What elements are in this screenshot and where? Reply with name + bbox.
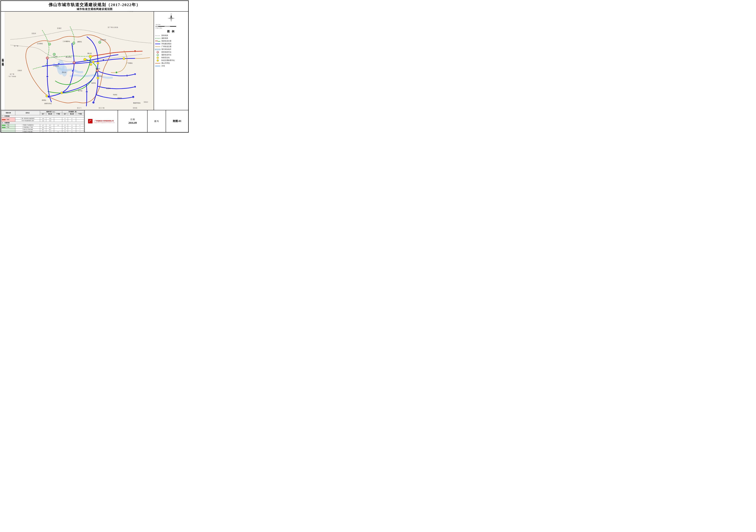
legend-national-station: ① 国有铁路车站 <box>155 51 187 53</box>
svg-text:容桂站: 容桂站 <box>118 97 122 99</box>
svg-text:广州南站: 广州南站 <box>127 12 133 12</box>
legend-symbol-water <box>155 65 161 67</box>
legend-transfer-station: 轨道交通换乘车站 <box>155 59 187 62</box>
svg-point-19 <box>92 61 94 63</box>
svg-text:3: 3 <box>103 60 104 61</box>
bottom-section: 线路名称 起讫点 线路长度（km） 车站数量（座） 合计 佛山段 广州段 合计 … <box>1 110 188 132</box>
svg-text:③: ③ <box>99 42 100 43</box>
svg-text:③: ③ <box>73 43 74 44</box>
svg-text:丹灶站: 丹灶站 <box>62 72 66 73</box>
svg-rect-0 <box>5 12 154 110</box>
col-line-name: 线路名称 <box>1 111 15 115</box>
svg-text:顺德学院站: 顺德学院站 <box>133 102 141 104</box>
group-header-2: 三、在建线路 <box>1 122 84 124</box>
table-row: 广州地铁 大学城-佛山 13.311.32.0841 <box>1 131 84 132</box>
legend-symbol-existing-metro <box>155 40 161 42</box>
svg-text:4: 4 <box>72 71 73 72</box>
legend-freight-station: 铁路货运站 <box>155 57 187 59</box>
svg-text:至广州白云机场: 至广州白云机场 <box>108 27 118 28</box>
scale-area: 1km 5km 0 2km 10km <box>155 23 187 29</box>
svg-text:佛山站: 佛山站 <box>87 53 92 54</box>
company-section: 广 广州地铁设计研究院有限公司 Guangzhou Metro Design &… <box>85 110 118 132</box>
compass-area: N <box>155 13 187 23</box>
svg-point-24 <box>97 77 99 79</box>
scale-label-2: 0 2km 10km <box>155 27 162 29</box>
svg-text:15: 15 <box>93 102 94 103</box>
legend-national-rail: 国有铁路 <box>155 34 187 37</box>
svg-text:勒流站: 勒流站 <box>106 88 111 89</box>
svg-text:至南沙: 至南沙 <box>144 101 148 103</box>
legend-symbol-national-rail <box>155 35 161 37</box>
legend-symbol-city-boundary <box>155 62 161 64</box>
svg-text:①: ① <box>73 62 75 63</box>
col-gz-st: 广州段 <box>76 113 84 115</box>
svg-text:①: ① <box>97 70 98 72</box>
title-section: 佛山市城市轨道交通建设规划（2017-2022年） 城市轨道交通线网建设规划图 <box>1 1 188 12</box>
legend-symbol-planned <box>155 43 161 45</box>
legend-tram: 现代有轨电车 <box>155 48 187 51</box>
group-header-1: 一、在管线路 <box>1 115 84 117</box>
svg-text:2: 2 <box>47 76 48 77</box>
company-logo-icon: 广 <box>88 119 93 124</box>
svg-text:虞窑站: 虞窑站 <box>77 41 82 43</box>
svg-text:三水南站: 三水南站 <box>53 65 59 67</box>
date-value: 2016.09 <box>128 121 137 124</box>
figure-number: 附图-01 <box>173 119 181 123</box>
svg-text:N: N <box>171 13 172 14</box>
svg-text:东平站: 东平站 <box>78 90 82 92</box>
legend-symbol-national-station: ① <box>155 51 161 53</box>
left-label: 本图仅为本次公示使用，最终以国家批复为准。 <box>1 12 5 110</box>
svg-text:2: 2 <box>116 72 117 73</box>
legend-symbol-transfer-station <box>155 60 161 62</box>
legend-existing-metro: 现状轨道交通 <box>155 40 187 42</box>
content-area: 本图仅为本次公示使用，最终以国家批复为准。 <box>1 12 188 110</box>
legend-symbol-freight-station <box>155 57 161 59</box>
svg-text:至广西: 至广西 <box>14 45 18 47</box>
sub-title: 城市轨道交通线网建设规划图 <box>1 8 188 11</box>
svg-rect-108 <box>155 65 160 67</box>
legend-symbol-tram <box>155 48 161 51</box>
legend-title: 图 例 <box>155 30 187 33</box>
svg-point-20 <box>90 63 92 66</box>
svg-text:云东海站: 云东海站 <box>37 43 43 44</box>
svg-text:至肇庆: 至肇庆 <box>17 70 22 71</box>
legend-symbol-intercity-rail <box>155 37 161 39</box>
date-label: 日 期 <box>130 118 135 121</box>
svg-text:至广西: 至广西 <box>10 73 14 75</box>
svg-point-23 <box>61 92 63 94</box>
table-row: 广佛大道 大学城-地铁 40.740.71781 <box>1 129 84 131</box>
svg-text:科技学院: 科技学院 <box>100 39 106 41</box>
svg-point-25 <box>123 57 125 60</box>
map-area: ① ① ① ④ ③ ③ ③ <box>5 12 154 110</box>
svg-rect-98 <box>155 49 160 50</box>
figure-label-section: 图 号 <box>148 110 166 132</box>
main-title: 佛山市城市轨道交通建设规划（2017-2022年） <box>1 2 188 8</box>
svg-text:3: 3 <box>70 84 70 85</box>
svg-text:③: ③ <box>54 54 55 55</box>
svg-text:6: 6 <box>59 64 59 65</box>
svg-point-106 <box>157 60 159 62</box>
figure-label: 图 号 <box>154 120 159 123</box>
svg-text:三水站: 三水站 <box>53 56 57 57</box>
svg-text:④: ④ <box>157 55 158 56</box>
col-fs-st: 佛山段 <box>68 113 76 115</box>
compass-svg: N <box>167 13 176 23</box>
stats-table: 线路名称 起讫点 线路长度（km） 车站数量（座） 合计 佛山段 广州段 合计 … <box>1 111 84 132</box>
svg-text:广州南站: 广州南站 <box>127 63 133 64</box>
legend-city-boundary: 佛山市界线 <box>155 62 187 64</box>
map-svg: ① ① ① ④ ③ ③ ③ <box>5 12 154 110</box>
legend-gz-metro: 广州轨道交通 <box>155 45 187 48</box>
figure-num-section: 附图-01 <box>166 110 188 132</box>
col-fs-km: 佛山段 <box>46 113 54 115</box>
legend-intercity-rail: 城际铁路 <box>155 37 187 39</box>
scale-label-1: 1km 5km <box>155 24 160 25</box>
svg-point-105 <box>157 57 158 58</box>
svg-marker-89 <box>171 17 175 19</box>
svg-text:①: ① <box>157 52 158 53</box>
legend-items: 国有铁路 城际铁路 现状轨 <box>155 34 187 109</box>
svg-text:佛山西站: 佛山西站 <box>66 56 71 58</box>
svg-text:4: 4 <box>135 74 135 75</box>
svg-text:1: 1 <box>135 51 135 52</box>
svg-text:高明站: 高明站 <box>42 99 46 101</box>
svg-text:至江门: 至江门 <box>77 107 81 109</box>
